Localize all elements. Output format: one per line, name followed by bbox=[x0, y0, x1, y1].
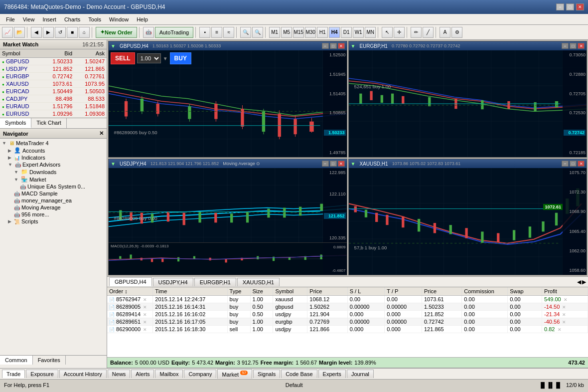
usdjpy-chart-body[interactable]: #86289009 buy 0.00 122.985 122.110 121.8… bbox=[109, 168, 347, 275]
order-tab-eurgbp[interactable]: EURGBP,H1 bbox=[194, 278, 236, 286]
nav-item-market[interactable]: ▼ 🏪 Market bbox=[0, 176, 107, 183]
order-tab-gbpusd[interactable]: GBPUSD,H4 bbox=[109, 277, 152, 286]
bottom-tab-alerts[interactable]: Alerts bbox=[131, 370, 154, 378]
menu-tools[interactable]: Tools bbox=[84, 15, 105, 23]
market-watch-row[interactable]: ● GBPUSD 1.50233 1.50247 bbox=[0, 58, 107, 65]
navigator-close-icon[interactable]: ✕ bbox=[99, 130, 104, 137]
eurgbp-minimize-btn[interactable]: − bbox=[562, 43, 569, 49]
col-order-header[interactable]: Order ↕ bbox=[107, 287, 153, 296]
table-row[interactable]: 📄 86289414 ✕ 2015.12.16 16:16:02 buy 0.5… bbox=[107, 311, 588, 318]
period-mn[interactable]: MN bbox=[365, 27, 376, 38]
tab-symbols[interactable]: Symbols bbox=[0, 118, 31, 128]
scroll-right-btn[interactable]: ▶ bbox=[582, 279, 586, 285]
market-watch-row[interactable]: ● EURUSD 1.09296 1.09308 bbox=[0, 110, 107, 118]
period-m30[interactable]: M30 bbox=[305, 27, 316, 38]
bottom-tab-signals[interactable]: Signals bbox=[253, 370, 280, 378]
minimize-button[interactable]: − bbox=[556, 3, 564, 10]
bottom-tab-account-history[interactable]: Account History bbox=[59, 370, 107, 378]
menu-charts[interactable]: Charts bbox=[60, 15, 84, 23]
menu-view[interactable]: View bbox=[19, 15, 39, 23]
open-button[interactable]: 📂 bbox=[14, 27, 25, 38]
gbpusd-close-btn[interactable]: ✕ bbox=[338, 43, 345, 49]
market-watch-row[interactable]: ● CADJPY 88.498 88.533 bbox=[0, 95, 107, 103]
xauusd-close-btn[interactable]: ✕ bbox=[578, 161, 585, 167]
xauusd-chart-body[interactable]: 57,b 1 buy 1.00 1072.61 1075.70 1072.30 … bbox=[349, 168, 587, 275]
bottom-tab-codebase[interactable]: Code Base bbox=[281, 370, 317, 378]
gbpusd-buy-button[interactable]: BUY bbox=[170, 52, 191, 64]
market-watch-row[interactable]: ● EURGBP 0.72742 0.72761 bbox=[0, 73, 107, 80]
market-watch-row[interactable]: ● EURCAD 1.50449 1.50503 bbox=[0, 88, 107, 95]
new-order-button[interactable]: ✦ New Order bbox=[96, 27, 137, 38]
menu-help[interactable]: Help bbox=[133, 15, 152, 23]
period-d1[interactable]: D1 bbox=[341, 27, 352, 38]
bottom-tab-company[interactable]: Company bbox=[184, 370, 216, 378]
close-button[interactable]: ✕ bbox=[576, 3, 584, 10]
nav-item-macd[interactable]: 🤖 MACD Sample bbox=[0, 190, 107, 197]
nav-item-expert-advisors[interactable]: ▼ 🤖 Expert Advisors bbox=[0, 161, 107, 168]
period-h4[interactable]: H4 bbox=[329, 27, 340, 38]
nav-tab-favorites[interactable]: Favorites bbox=[33, 356, 66, 365]
zoom-out-button[interactable]: 🔍 bbox=[252, 27, 263, 38]
table-row[interactable]: 📄 86289005 ✕ 2015.12.16 16:14:31 buy 0.5… bbox=[107, 303, 588, 311]
nav-item-scripts[interactable]: ▶ 📜 Scripts bbox=[0, 218, 107, 225]
market-watch-row[interactable]: ● XAUUSD 1073.61 1073.95 bbox=[0, 80, 107, 88]
usdjpy-minimize-btn[interactable]: − bbox=[322, 161, 329, 167]
nav-item-money-manager[interactable]: 🤖 money_manager_ea bbox=[0, 197, 107, 204]
line-button[interactable]: ╱ bbox=[423, 27, 434, 38]
eurgbp-chart-body[interactable]: 524,651 buy 1.00 0.73050 0.72880 0.72705… bbox=[349, 50, 587, 157]
market-watch-row[interactable]: ● EURAUD 1.51796 1.51848 bbox=[0, 103, 107, 110]
text-button[interactable]: A bbox=[440, 27, 450, 38]
period-m1[interactable]: M1 bbox=[269, 27, 280, 38]
gbpusd-minimize-btn[interactable]: − bbox=[322, 43, 329, 49]
bottom-tab-journal[interactable]: Journal bbox=[347, 370, 374, 378]
gbpusd-lot-select[interactable]: 1.00 bbox=[137, 53, 161, 63]
gbpusd-sell-button[interactable]: SELL bbox=[111, 52, 135, 64]
nav-item-unique-ea[interactable]: 🤖 Unique EAs System 0... bbox=[0, 183, 107, 190]
order-tab-xauusd[interactable]: XAUUSD,H1 bbox=[237, 278, 280, 286]
auto-trading-button[interactable]: AutoTrading bbox=[155, 27, 194, 38]
scroll-left-btn[interactable]: ◀ bbox=[577, 279, 581, 285]
period-w1[interactable]: W1 bbox=[353, 27, 364, 38]
stop-button[interactable]: ■ bbox=[67, 27, 78, 38]
nav-tab-common[interactable]: Common bbox=[0, 356, 33, 365]
nav-item-more[interactable]: 🤖 956 more... bbox=[0, 211, 107, 218]
usdjpy-close-btn[interactable]: ✕ bbox=[338, 161, 345, 167]
new-chart-button[interactable]: 📈 bbox=[2, 27, 13, 38]
cursor-button[interactable]: ↖ bbox=[382, 27, 393, 38]
crosshair-button[interactable]: ✛ bbox=[394, 27, 405, 38]
settings-button[interactable]: ⚙ bbox=[451, 27, 462, 38]
tab-tick-chart[interactable]: Tick Chart bbox=[31, 118, 67, 128]
usdjpy-maximize-btn[interactable]: □ bbox=[330, 161, 337, 167]
chart-type-1-button[interactable]: ▪ bbox=[199, 27, 210, 38]
nav-item-indicators[interactable]: ▶ 📊 Indicators bbox=[0, 154, 107, 161]
nav-item-accounts[interactable]: ▶ 👤 Accounts bbox=[0, 147, 107, 154]
draw-button[interactable]: ✏ bbox=[411, 27, 422, 38]
bottom-tab-news[interactable]: News bbox=[108, 370, 131, 378]
bottom-tab-trade[interactable]: Trade bbox=[2, 370, 25, 378]
period-m15[interactable]: M15 bbox=[293, 27, 304, 38]
table-row[interactable]: 📄 86289651 ✕ 2015.12.16 16:17:05 buy 1.0… bbox=[107, 318, 588, 326]
eurgbp-close-btn[interactable]: ✕ bbox=[578, 43, 585, 49]
gbpusd-chart-body[interactable]: SELL 1.00 ▼ BUY 1.50 23 3 1.50 24 7 bbox=[109, 50, 347, 157]
chart-type-2-button[interactable]: ≡ bbox=[211, 27, 222, 38]
bottom-tab-exposure[interactable]: Exposure bbox=[26, 370, 58, 378]
home-button[interactable]: ⌂ bbox=[79, 27, 90, 38]
gbpusd-maximize-btn[interactable]: □ bbox=[330, 43, 337, 49]
market-watch-row[interactable]: ● USDJPY 121.852 121.865 bbox=[0, 65, 107, 73]
maximize-button[interactable]: □ bbox=[566, 3, 574, 10]
nav-item-moving-average[interactable]: 🤖 Moving Average bbox=[0, 204, 107, 211]
bottom-tab-mailbox[interactable]: Mailbox bbox=[155, 370, 183, 378]
refresh-button[interactable]: ↺ bbox=[55, 27, 66, 38]
zoom-in-button[interactable]: 🔍 bbox=[240, 27, 251, 38]
bottom-tab-market[interactable]: Market 57 bbox=[217, 369, 252, 379]
period-h1[interactable]: H1 bbox=[317, 27, 328, 38]
period-m5[interactable]: M5 bbox=[281, 27, 292, 38]
bottom-tab-experts[interactable]: Experts bbox=[318, 370, 346, 378]
nav-item-downloads[interactable]: ▼ 📁 Downloads bbox=[0, 168, 107, 176]
eurgbp-maximize-btn[interactable]: □ bbox=[570, 43, 577, 49]
menu-file[interactable]: File bbox=[2, 15, 19, 23]
back-button[interactable]: ◀ bbox=[31, 27, 42, 38]
xauusd-minimize-btn[interactable]: − bbox=[562, 161, 569, 167]
chart-type-3-button[interactable]: ≈ bbox=[223, 27, 234, 38]
order-tab-usdjpy[interactable]: USDJPY,H4 bbox=[153, 278, 193, 286]
